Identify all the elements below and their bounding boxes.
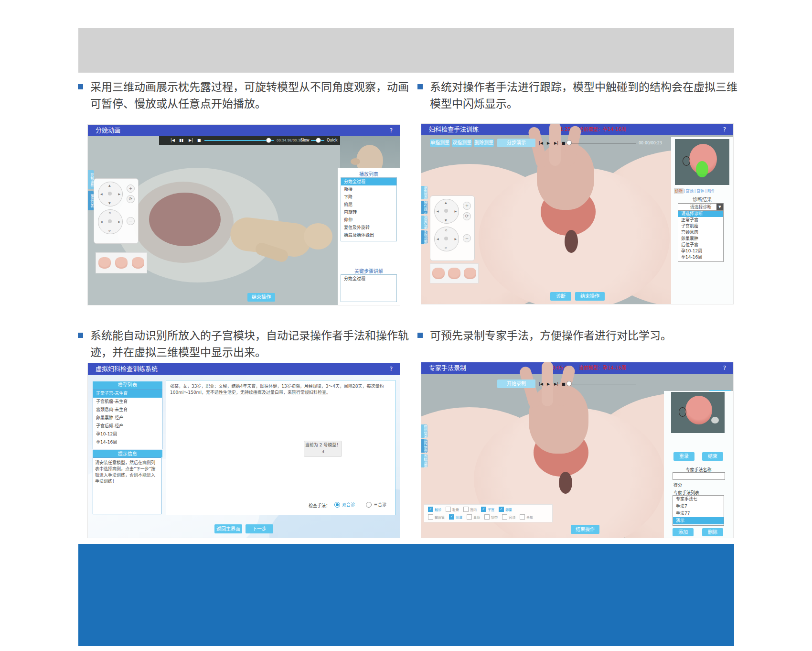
checkbox-all[interactable]: 全部: [520, 514, 533, 520]
delete-measure-button[interactable]: 删除测量: [474, 139, 494, 147]
checkbox-icon[interactable]: [502, 514, 507, 520]
skip-end-icon[interactable]: ▶|: [554, 141, 558, 145]
radio-icon[interactable]: [334, 502, 340, 508]
zoom-in-icon[interactable]: +: [463, 202, 471, 210]
help-icon[interactable]: ?: [721, 362, 728, 374]
checkbox-icon[interactable]: [446, 507, 451, 512]
delete-button[interactable]: 删除: [702, 528, 723, 536]
model-thumb-2[interactable]: [448, 268, 460, 279]
side-tab-hint[interactable]: 操作提示: [421, 439, 427, 453]
skip-start-icon[interactable]: |◀: [539, 382, 543, 386]
rotate-down-icon[interactable]: ⟳: [445, 246, 447, 250]
playlist-item[interactable]: 衔接: [341, 185, 396, 193]
model-item[interactable]: 卵巢囊肿-经产: [93, 414, 162, 422]
seek-handle[interactable]: [266, 138, 271, 143]
model-item[interactable]: 子宫肌瘤-未生育: [93, 398, 162, 406]
stop-icon[interactable]: ■: [562, 382, 566, 386]
checkbox-fallopian[interactable]: 输卵管: [428, 514, 445, 520]
step-demo-button[interactable]: 分步演示: [497, 139, 535, 147]
tab-cervix[interactable]: 宫颈: [685, 188, 694, 194]
pan-dpad[interactable]: ▲ ▼ ◀ ▶: [434, 199, 459, 224]
model-item[interactable]: 子宫后倾-经产: [93, 422, 162, 430]
checkbox-icon[interactable]: [428, 514, 433, 520]
tab-adnexa[interactable]: 附件: [706, 188, 716, 194]
rotate-left-icon[interactable]: ◀: [100, 220, 103, 223]
rotate-dpad[interactable]: ⟲ ⟳ ◀ ▶: [98, 209, 123, 234]
rotate-right-icon[interactable]: ▶: [454, 237, 457, 240]
speed-handle[interactable]: [316, 138, 321, 143]
side-tab-case[interactable]: 病例信息: [421, 186, 427, 199]
model-thumb-2[interactable]: [115, 257, 128, 269]
radio-icon[interactable]: [366, 502, 372, 508]
playlist-item[interactable]: 内旋转: [341, 208, 396, 216]
playlist-item[interactable]: 分娩全过程: [341, 178, 396, 185]
technique-item[interactable]: 手法77: [673, 510, 724, 517]
technique-item[interactable]: 专家手法七: [673, 496, 724, 503]
next-step-button[interactable]: 下一步: [246, 524, 273, 533]
technique-name-input[interactable]: [673, 472, 725, 480]
help-icon[interactable]: ?: [721, 124, 728, 135]
radio-trimanual[interactable]: 三合诊: [366, 501, 386, 508]
checkbox-uterus[interactable]: ✓子宫: [481, 507, 494, 512]
side-tab-record[interactable]: 测量记录: [421, 216, 427, 229]
zoom-in-icon[interactable]: +: [127, 184, 135, 193]
play-icon[interactable]: ▶: [547, 141, 550, 145]
zoom-out-icon[interactable]: −: [463, 234, 471, 242]
diagnosis-option[interactable]: 后位子宫: [678, 242, 723, 248]
side-tab-hint[interactable]: 操作提示: [421, 201, 427, 214]
zoom-out-icon[interactable]: −: [127, 217, 135, 225]
model-thumb-3[interactable]: [132, 257, 144, 269]
rotate-down-icon[interactable]: ⟳: [108, 229, 111, 232]
seek-slider[interactable]: [571, 143, 636, 143]
checkbox-intrauterine[interactable]: 宫内: [463, 507, 477, 512]
pan-right-icon[interactable]: ▶: [454, 209, 457, 213]
model-item[interactable]: 宫颈息肉-未生育: [93, 406, 162, 414]
checkbox-icon[interactable]: ✓: [428, 507, 433, 512]
skip-start-icon[interactable]: |◀: [171, 138, 175, 142]
start-record-button[interactable]: 开始录制: [497, 380, 535, 388]
technique-item[interactable]: 演示: [673, 517, 724, 524]
rotate-dpad[interactable]: ⟲ ⟳ ◀ ▶: [434, 227, 459, 251]
diagnosis-option[interactable]: 孕10-12周: [678, 248, 723, 254]
checkbox-rectum[interactable]: 直肠: [467, 514, 480, 520]
pan-dpad[interactable]: ▲ ▼ ◀ ▶: [98, 182, 123, 206]
skip-end-icon[interactable]: ▶|: [554, 382, 558, 386]
seek-slider[interactable]: [204, 140, 274, 141]
checkbox-cervix[interactable]: 宫颈: [502, 514, 515, 520]
diagnosis-option[interactable]: 孕14-16周: [678, 254, 723, 260]
side-tab-settings[interactable]: 系统设置: [421, 454, 427, 467]
pan-up-icon[interactable]: ▲: [108, 184, 111, 187]
rotate-icon[interactable]: ⟳: [463, 212, 471, 220]
playlist-item[interactable]: 复位及外旋转: [341, 224, 396, 231]
rotate-up-icon[interactable]: ⟲: [445, 228, 447, 232]
double-finger-measure-button[interactable]: 双指测量: [452, 139, 472, 147]
checkbox-icon[interactable]: ✓: [449, 514, 454, 520]
rerecord-button[interactable]: 重录: [673, 452, 694, 461]
model-thumb-3[interactable]: [464, 268, 476, 279]
chevron-down-icon[interactable]: ▼: [716, 204, 723, 211]
pan-down-icon[interactable]: ▼: [445, 218, 447, 222]
checkbox-ovary[interactable]: ✓卵巢: [499, 507, 512, 512]
diagnosis-option[interactable]: 子宫肌瘤: [678, 223, 723, 229]
checkbox-icon[interactable]: [463, 507, 469, 512]
uterus-thumbnail[interactable]: [675, 139, 729, 185]
pan-up-icon[interactable]: ▲: [445, 201, 447, 204]
pause-icon[interactable]: ▮▮: [179, 138, 183, 142]
checkbox-icon[interactable]: ✓: [481, 507, 486, 512]
checkbox-pubis[interactable]: 耻骨: [446, 507, 459, 512]
play-icon[interactable]: ▶: [547, 382, 550, 386]
back-home-button[interactable]: 返回主界面: [214, 524, 242, 533]
pan-down-icon[interactable]: ▼: [108, 201, 111, 205]
end-operation-button[interactable]: 结束操作: [247, 293, 275, 302]
checkbox-icon[interactable]: [467, 514, 472, 520]
playlist-item[interactable]: 胎肩及胎体娩出: [341, 231, 396, 239]
technique-item[interactable]: 手法7: [673, 503, 724, 510]
playlist-item[interactable]: 俯屈: [341, 201, 396, 208]
diagnosis-option[interactable]: 卵巢囊肿: [678, 236, 723, 242]
radio-bimanual[interactable]: 双合诊: [334, 501, 355, 508]
rotate-icon[interactable]: ⟳: [127, 195, 135, 203]
finish-button[interactable]: 结束: [702, 452, 723, 461]
skip-start-icon[interactable]: |◀: [539, 141, 543, 145]
end-operation-button[interactable]: 结束操作: [575, 292, 605, 301]
rotate-up-icon[interactable]: ⟲: [108, 211, 111, 215]
